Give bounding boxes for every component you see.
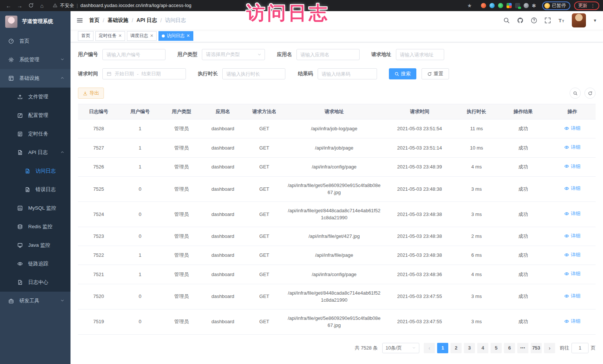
sidebar-item-文件管理[interactable]: 文件管理 <box>0 88 71 106</box>
gear-icon <box>8 57 14 63</box>
request-time-range-picker[interactable]: 开始日期 - 结束日期 <box>102 68 186 79</box>
detail-link[interactable]: 详细 <box>564 318 580 325</box>
browser-menu-icon[interactable]: ⋮ <box>590 3 595 9</box>
sidebar-item-API 日志[interactable]: API 日志 <box>0 143 71 162</box>
filter-row-2: 请求时间 开始日期 - 结束日期 执行时长 结果码 <box>78 68 596 79</box>
reload-icon[interactable] <box>26 3 36 8</box>
extension-icon[interactable] <box>481 3 486 8</box>
extension-icon[interactable] <box>498 3 503 8</box>
column-header: 用户编号 <box>119 104 161 119</box>
sidebar-item-日志中心[interactable]: 日志中心 <box>0 273 71 292</box>
detail-link[interactable]: 详细 <box>564 144 580 151</box>
back-icon[interactable]: ← <box>4 3 13 9</box>
sidebar-item-Java 监控[interactable]: Java 监控 <box>0 236 71 255</box>
close-icon[interactable]: ✕ <box>150 34 153 38</box>
column-header: 应用名 <box>202 104 244 119</box>
page-button-4[interactable]: 4 <box>477 343 488 353</box>
detail-link[interactable]: 详细 <box>564 232 580 240</box>
extension-icon[interactable] <box>507 3 512 8</box>
filter-label-user-id: 用户编号 <box>78 51 98 58</box>
page-button-5[interactable]: 5 <box>491 343 502 353</box>
prev-page-button[interactable]: ‹ <box>424 343 435 353</box>
hamburger-icon[interactable] <box>71 17 89 24</box>
detail-link[interactable]: 详细 <box>564 185 580 192</box>
sidebar-item-研发工具[interactable]: 研发工具 <box>0 292 71 310</box>
github-icon[interactable] <box>517 17 524 24</box>
extension-icon[interactable] <box>524 3 529 8</box>
help-icon[interactable] <box>531 17 537 24</box>
sidebar-item-首页[interactable]: 首页 <box>0 32 71 50</box>
sidebar-item-定时任务[interactable]: 定时任务 <box>0 125 71 143</box>
sidebar-item-Redis 监控[interactable]: Redis 监控 <box>0 217 71 236</box>
sidebar-item-链路追踪[interactable]: 链路追踪 <box>0 255 71 273</box>
app-window: 芋道管理系统 首页系统管理基础设施文件管理配置管理定时任务API 日志访问日志错… <box>0 11 603 364</box>
filter-label-result-code: 结果码 <box>298 70 313 77</box>
page-button-6[interactable]: 6 <box>504 343 515 353</box>
sidebar-item-访问日志[interactable]: 访问日志 <box>0 162 71 180</box>
date-range-separator: - <box>137 71 138 77</box>
breadcrumb-item[interactable]: API 日志 <box>137 17 157 24</box>
extension-icon[interactable] <box>515 3 520 8</box>
extension-icon[interactable] <box>489 3 495 8</box>
page-button-2[interactable]: 2 <box>450 343 462 353</box>
detail-link[interactable]: 详细 <box>564 163 580 170</box>
breadcrumb-item[interactable]: 基础设施 <box>108 17 128 24</box>
sidebar-item-基础设施[interactable]: 基础设施 <box>0 69 71 88</box>
address-bar[interactable]: 不安全 | dashboard.yudao.iocoder.cn/infra/l… <box>48 1 476 10</box>
table-row: 75211管理员dashboardGET/api/infra/config/pa… <box>78 265 596 284</box>
refresh-table-button[interactable] <box>584 88 596 99</box>
page-button-3[interactable]: 3 <box>464 343 475 353</box>
filter-label-request-time: 请求时间 <box>78 70 98 77</box>
app-name-input[interactable] <box>296 49 360 60</box>
search-button[interactable]: 搜索 <box>389 68 416 79</box>
detail-link[interactable]: 详细 <box>564 292 580 300</box>
detail-link[interactable]: 详细 <box>564 125 580 132</box>
sidebar-item-错误日志[interactable]: 错误日志 <box>0 180 71 199</box>
next-page-button[interactable]: › <box>544 343 555 353</box>
pinwheel-extension-icon[interactable]: ✻ <box>532 3 536 8</box>
user-id-input[interactable] <box>102 49 166 60</box>
browser-update-button[interactable]: 更新 ⋮ <box>574 1 599 10</box>
app-logo-row[interactable]: 芋道管理系统 <box>0 11 71 32</box>
page-size-select[interactable]: 10条/页 <box>382 343 419 353</box>
more-pages-button[interactable]: ••• <box>517 343 528 353</box>
sidebar-item-系统管理[interactable]: 系统管理 <box>0 50 71 69</box>
eye-icon <box>564 186 569 191</box>
user-type-select[interactable]: 请选择用户类型 <box>202 49 265 60</box>
duration-input[interactable] <box>222 68 285 79</box>
tags-view-bar: 首页定时任务✕调度日志✕访问日志✕ <box>71 30 603 42</box>
breadcrumb-item[interactable]: 首页 <box>89 17 99 24</box>
result-code-input[interactable] <box>318 68 377 79</box>
tab-访问日志[interactable]: 访问日志✕ <box>158 31 193 41</box>
search-icon[interactable] <box>503 17 510 24</box>
request-url-input[interactable] <box>396 49 444 60</box>
page-button-753[interactable]: 753 <box>531 343 542 353</box>
toggle-search-button[interactable] <box>570 88 581 99</box>
detail-link[interactable]: 详细 <box>564 270 580 278</box>
user-avatar[interactable] <box>572 13 586 27</box>
bookmark-star-icon[interactable]: ★ <box>467 3 472 9</box>
avatar-caret-down-icon[interactable]: ▼ <box>593 18 597 23</box>
font-size-icon[interactable]: TT <box>558 17 565 24</box>
column-header: 执行时长 <box>456 104 497 119</box>
goto-page-input[interactable] <box>571 343 589 353</box>
pager: ‹123456•••753› <box>424 343 555 353</box>
table-row: 75200管理员dashboardGET/api/infra/file/get/… <box>78 284 596 309</box>
forward-icon[interactable]: → <box>15 3 24 9</box>
tab-调度日志[interactable]: 调度日志✕ <box>127 31 157 41</box>
reset-button[interactable]: 重置 <box>422 68 449 79</box>
fullscreen-icon[interactable] <box>544 17 551 24</box>
sidebar-item-配置管理[interactable]: 配置管理 <box>0 106 71 125</box>
chevron-down-icon <box>60 57 65 62</box>
detail-link[interactable]: 详细 <box>564 210 580 217</box>
sidebar-item-MySQL 监控[interactable]: MySQL 监控 <box>0 199 71 217</box>
detail-link[interactable]: 详细 <box>564 251 580 259</box>
close-icon[interactable]: ✕ <box>118 34 122 38</box>
close-icon[interactable]: ✕ <box>186 34 190 38</box>
page-button-1[interactable]: 1 <box>437 343 448 353</box>
tab-定时任务[interactable]: 定时任务✕ <box>95 31 125 41</box>
home-icon[interactable]: ⌂ <box>37 3 47 9</box>
export-button[interactable]: 导出 <box>78 88 104 99</box>
browser-profile-badge[interactable]: 已暂停 <box>542 1 571 10</box>
tab-首页[interactable]: 首页 <box>78 31 94 41</box>
